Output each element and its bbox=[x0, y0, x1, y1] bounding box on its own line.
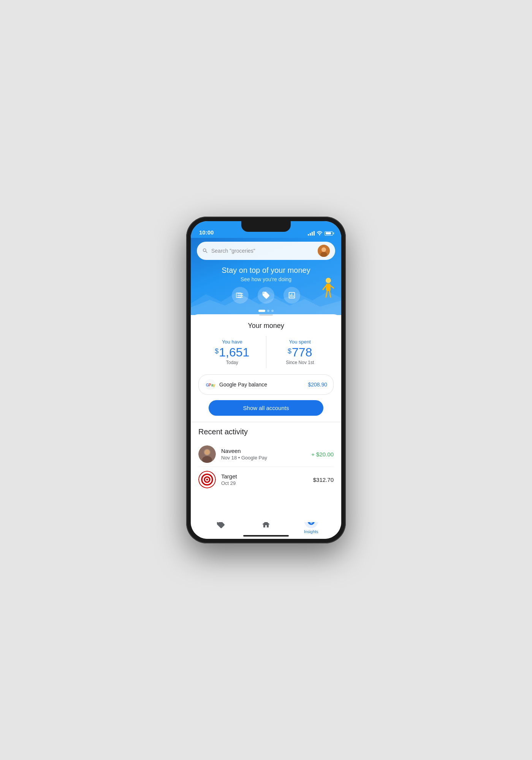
chart-button[interactable] bbox=[283, 287, 300, 304]
target-amount: $312.70 bbox=[313, 477, 334, 483]
drag-indicator bbox=[259, 314, 273, 316]
naveen-avatar bbox=[198, 445, 216, 463]
you-have-sublabel: Today bbox=[204, 360, 260, 365]
battery-icon bbox=[325, 231, 333, 236]
status-icons bbox=[308, 226, 333, 236]
you-spent-dollar: $ bbox=[288, 348, 291, 355]
activity-item-target[interactable]: Target Oct 29 $312.70 bbox=[198, 467, 334, 492]
naveen-info: Naveen Nov 18 • Google Pay bbox=[221, 448, 306, 461]
naveen-amount: + $20.00 bbox=[311, 451, 334, 458]
gpay-balance-row[interactable]: G P a y Google Pay balance $208.90 bbox=[198, 374, 334, 395]
you-spent-value: 778 bbox=[292, 346, 312, 358]
you-spent-amount: $ 778 bbox=[272, 346, 328, 358]
naveen-meta: Nov 18 • Google Pay bbox=[221, 455, 306, 461]
target-info: Target Oct 29 bbox=[221, 473, 308, 486]
search-placeholder: Search "groceries" bbox=[211, 248, 315, 254]
activity-item-naveen[interactable]: Naveen Nov 18 • Google Pay + $20.00 bbox=[198, 442, 334, 467]
avatar-face bbox=[318, 245, 330, 257]
chart-icon bbox=[288, 291, 296, 299]
phone-frame: 10:00 bbox=[186, 217, 346, 543]
home-indicator bbox=[243, 535, 289, 537]
naveen-name: Naveen bbox=[221, 448, 306, 454]
you-have-label: You have bbox=[204, 339, 260, 345]
show-all-accounts-button[interactable]: Show all accounts bbox=[209, 400, 324, 416]
signal-icon bbox=[308, 231, 315, 236]
your-money-section: Your money You have $ 1,651 Today You sp… bbox=[191, 322, 341, 416]
status-time: 10:00 bbox=[199, 225, 214, 236]
phone-notch bbox=[241, 221, 291, 232]
recent-activity-title: Recent activity bbox=[198, 428, 334, 436]
list-icon bbox=[236, 291, 244, 299]
offers-button[interactable] bbox=[258, 287, 274, 304]
search-bar[interactable]: Search "groceries" bbox=[197, 242, 335, 260]
you-have-dollar: $ bbox=[215, 348, 218, 355]
money-row: You have $ 1,651 Today You spent $ 77 bbox=[198, 336, 334, 368]
money-section-title: Your money bbox=[198, 322, 334, 330]
you-spent-col: You spent $ 778 Since Nov 1st bbox=[266, 336, 334, 368]
white-card: Your money You have $ 1,651 Today You sp… bbox=[191, 314, 341, 522]
target-meta: Oct 29 bbox=[221, 480, 308, 486]
target-logo bbox=[198, 471, 216, 488]
hero-text: Stay on top of your money See how you're… bbox=[197, 266, 335, 282]
svg-point-21 bbox=[206, 479, 208, 481]
user-avatar[interactable] bbox=[318, 245, 330, 257]
gpay-logo-icon: G P a y bbox=[205, 379, 215, 390]
you-have-value: 1,651 bbox=[219, 346, 249, 358]
dot-3 bbox=[271, 310, 274, 312]
hero-subtitle: See how you're doing bbox=[197, 276, 335, 282]
hero-title: Stay on top of your money bbox=[197, 266, 335, 275]
recent-activity-section: Recent activity Naveen bbox=[191, 428, 341, 492]
scrollable-content[interactable]: Search "groceries" Stay on top of bbox=[191, 238, 341, 522]
you-spent-label: You spent bbox=[272, 339, 328, 345]
you-have-col: You have $ 1,651 Today bbox=[198, 336, 266, 368]
section-divider bbox=[191, 422, 341, 422]
target-name: Target bbox=[221, 473, 308, 480]
transactions-button[interactable] bbox=[232, 287, 249, 304]
target-avatar bbox=[198, 471, 216, 488]
svg-point-7 bbox=[321, 247, 326, 252]
svg-text:y: y bbox=[213, 383, 215, 387]
action-icons-row bbox=[197, 287, 335, 304]
gpay-amount: $208.90 bbox=[308, 382, 327, 388]
phone-screen: 10:00 bbox=[191, 221, 341, 539]
dot-1 bbox=[258, 310, 265, 312]
wifi-icon bbox=[317, 231, 323, 236]
dot-2 bbox=[267, 310, 269, 312]
gpay-left: G P a y Google Pay balance bbox=[205, 379, 267, 390]
insights-label: Insights bbox=[304, 529, 318, 534]
you-spent-sublabel: Since Nov 1st bbox=[272, 360, 328, 365]
header-section: Search "groceries" Stay on top of bbox=[191, 238, 341, 315]
you-have-amount: $ 1,651 bbox=[204, 346, 260, 358]
svg-text:P: P bbox=[209, 383, 211, 387]
tag-icon bbox=[262, 291, 270, 299]
svg-point-18 bbox=[204, 450, 210, 455]
gpay-label: Google Pay balance bbox=[219, 382, 267, 388]
search-icon bbox=[202, 248, 208, 254]
